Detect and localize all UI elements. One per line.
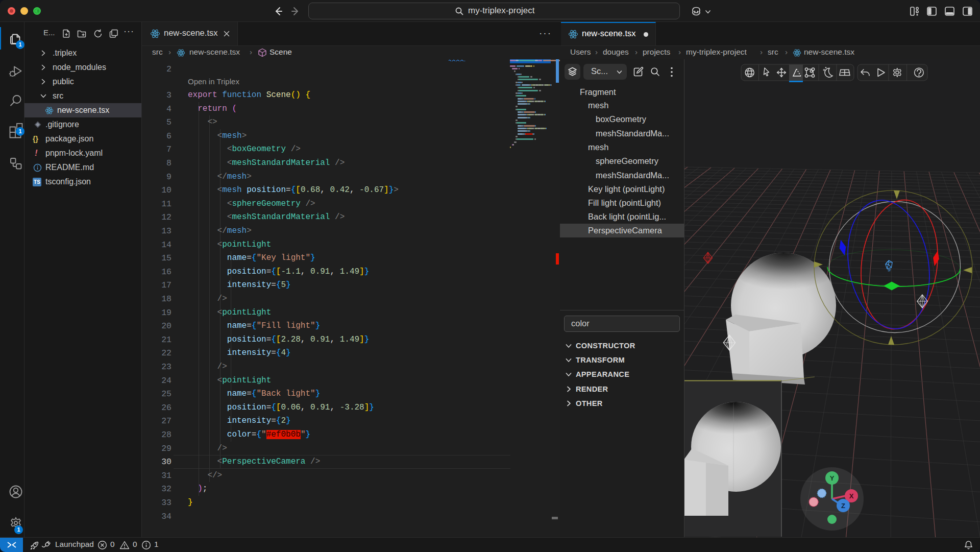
svg-text:Z: Z	[841, 502, 845, 510]
svg-text:X: X	[849, 492, 854, 500]
svg-text:Y: Y	[830, 474, 835, 482]
